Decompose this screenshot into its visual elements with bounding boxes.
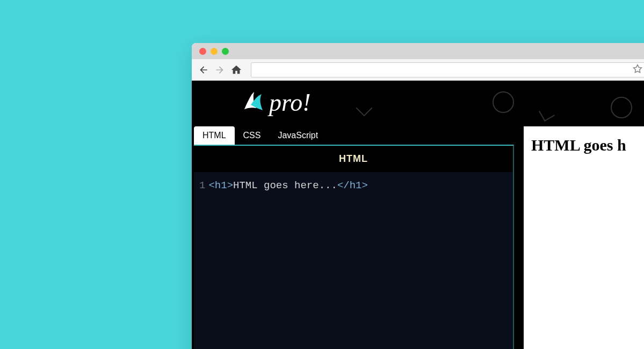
- window-title-bar: [192, 43, 644, 59]
- browser-window: pro! HTML CSS JavaScript HTML 1 <h1>HTML…: [192, 43, 644, 349]
- line-number: 1: [199, 180, 205, 191]
- address-bar[interactable]: [251, 62, 644, 77]
- minimize-window-button[interactable]: [211, 48, 218, 55]
- editor-title: HTML: [194, 146, 513, 172]
- logo-text: pro!: [269, 88, 311, 117]
- tab-html[interactable]: HTML: [194, 126, 235, 145]
- code-line: <h1>HTML goes here...</h1>: [208, 180, 368, 191]
- code-area[interactable]: 1 <h1>HTML goes here...</h1>: [194, 172, 513, 199]
- logo-area: pro!: [192, 81, 644, 126]
- logo: pro!: [235, 86, 316, 119]
- preview-panel: HTML goes h: [524, 126, 644, 349]
- tab-css[interactable]: CSS: [235, 126, 270, 145]
- logo-swoosh-icon: [240, 89, 268, 117]
- editor-panel: HTML CSS JavaScript HTML 1 <h1>HTML goes…: [194, 126, 514, 349]
- page-content: pro! HTML CSS JavaScript HTML 1 <h1>HTML…: [192, 81, 644, 349]
- browser-toolbar: [192, 59, 644, 81]
- preview-heading: HTML goes h: [531, 136, 644, 154]
- back-button[interactable]: [198, 65, 209, 75]
- editor-tabs: HTML CSS JavaScript: [194, 126, 514, 145]
- tab-javascript[interactable]: JavaScript: [269, 126, 327, 145]
- close-window-button[interactable]: [199, 48, 206, 55]
- home-button[interactable]: [230, 64, 242, 76]
- workspace: HTML CSS JavaScript HTML 1 <h1>HTML goes…: [192, 126, 644, 349]
- code-editor[interactable]: HTML 1 <h1>HTML goes here...</h1>: [194, 145, 514, 349]
- bookmark-star-icon[interactable]: [633, 64, 642, 76]
- maximize-window-button[interactable]: [222, 48, 229, 55]
- forward-button[interactable]: [214, 65, 225, 75]
